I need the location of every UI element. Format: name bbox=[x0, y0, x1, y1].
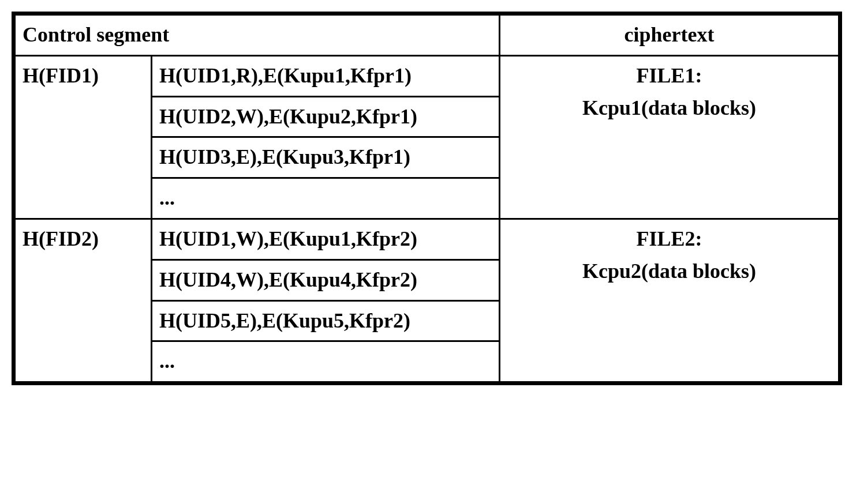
encryption-table: Control segment ciphertext H(FID1) H(UID… bbox=[12, 12, 842, 385]
entry-cell: ... bbox=[152, 178, 499, 218]
entry-cell: H(UID1,R),E(Kupu1,Kfpr1) bbox=[152, 57, 499, 96]
cipher-data: Kcpu2(data blocks) bbox=[582, 259, 756, 283]
fid-cell: H(FID2) bbox=[15, 219, 152, 382]
entries-inner-table: H(UID1,W),E(Kupu1,Kfpr2) H(UID4,W),E(Kup… bbox=[152, 220, 499, 381]
entry-cell: ... bbox=[152, 341, 499, 381]
header-row: Control segment ciphertext bbox=[15, 15, 839, 56]
entry-cell: H(UID3,E),E(Kupu3,Kfpr1) bbox=[152, 137, 499, 178]
cipher-file: FILE2: bbox=[636, 227, 702, 250]
header-ciphertext: ciphertext bbox=[500, 15, 839, 56]
entries-cell: H(UID1,R),E(Kupu1,Kfpr1) H(UID2,W),E(Kup… bbox=[152, 55, 500, 219]
cipher-data: Kcpu1(data blocks) bbox=[582, 96, 756, 119]
entry-cell: H(UID1,W),E(Kupu1,Kfpr2) bbox=[152, 220, 499, 259]
table-row: H(FID2) H(UID1,W),E(Kupu1,Kfpr2) H(UID4,… bbox=[15, 219, 839, 382]
header-control-segment: Control segment bbox=[15, 15, 500, 56]
fid-cell: H(FID1) bbox=[15, 55, 152, 219]
entry-cell: H(UID2,W),E(Kupu2,Kfpr1) bbox=[152, 96, 499, 137]
cipher-file: FILE1: bbox=[636, 64, 702, 87]
entries-cell: H(UID1,W),E(Kupu1,Kfpr2) H(UID4,W),E(Kup… bbox=[152, 219, 500, 382]
entries-inner-table: H(UID1,R),E(Kupu1,Kfpr1) H(UID2,W),E(Kup… bbox=[152, 57, 499, 218]
cipher-cell: FILE2: Kcpu2(data blocks) bbox=[500, 219, 839, 382]
entry-cell: H(UID4,W),E(Kupu4,Kfpr2) bbox=[152, 259, 499, 300]
main-table: Control segment ciphertext H(FID1) H(UID… bbox=[14, 14, 840, 383]
cipher-cell: FILE1: Kcpu1(data blocks) bbox=[500, 55, 839, 219]
entry-cell: H(UID5,E),E(Kupu5,Kfpr2) bbox=[152, 300, 499, 341]
table-row: H(FID1) H(UID1,R),E(Kupu1,Kfpr1) H(UID2,… bbox=[15, 55, 839, 219]
